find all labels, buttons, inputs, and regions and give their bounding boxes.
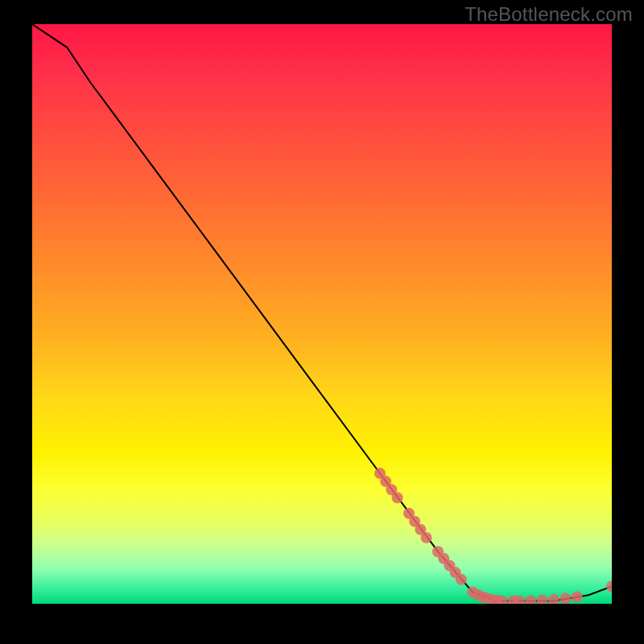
chart-plot-area bbox=[32, 24, 612, 604]
watermark-text: TheBottleneck.com bbox=[464, 3, 633, 26]
scatter-point bbox=[537, 595, 548, 604]
scatter-point bbox=[572, 591, 583, 602]
scatter-point bbox=[559, 593, 571, 605]
scatter-point bbox=[456, 574, 467, 585]
chart-svg-overlay bbox=[32, 24, 612, 604]
scatter-point bbox=[606, 580, 612, 592]
scatter-point bbox=[392, 492, 403, 503]
chart-scatter-points bbox=[374, 468, 612, 604]
scatter-point bbox=[421, 532, 432, 543]
chart-curve bbox=[32, 24, 612, 601]
scatter-point bbox=[525, 595, 536, 604]
scatter-point bbox=[548, 594, 559, 604]
